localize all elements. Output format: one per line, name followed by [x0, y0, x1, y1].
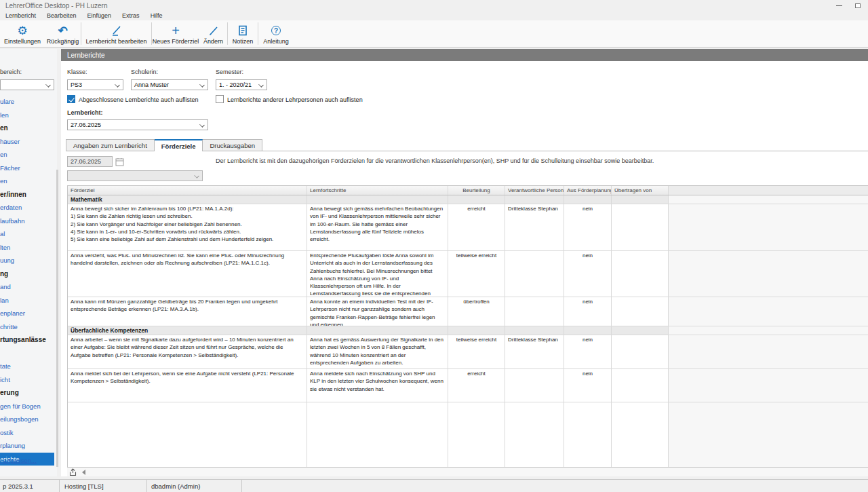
sidebar-item[interactable]: häuser [0, 135, 54, 149]
cell-transferred [612, 251, 669, 297]
chevron-down-icon [199, 122, 205, 128]
sidebar-section: erung [0, 386, 54, 400]
minimize-icon [836, 5, 842, 6]
change-button[interactable]: Ändern [199, 20, 227, 47]
schuelerin-label: Schülerin: [131, 69, 158, 75]
notes-button[interactable]: Notizen [228, 20, 258, 47]
sidebar-filter-select[interactable] [0, 79, 54, 90]
status-bar: p 2025.3.1 Hosting [TLS] dbadmin (Admin) [0, 479, 868, 492]
sidebar-item[interactable]: en [0, 174, 54, 188]
lernbericht-select[interactable]: 27.06.2025 [67, 119, 208, 130]
menu-bearbeiten[interactable]: Bearbeiten [47, 12, 77, 19]
table-header-row: Förderziel Lernfortschritte Beurteilung … [68, 186, 868, 195]
col-foerderziel[interactable]: Förderziel [68, 186, 307, 195]
edit-report-button[interactable]: Lernbericht bearbeiten [81, 20, 151, 47]
settings-button[interactable]: ⚙ Einstellungen [0, 20, 45, 47]
section-row-ueberfachliche: Überfachliche Kompetenzen [68, 326, 868, 335]
sidebar-section: er/innen [0, 188, 54, 202]
cell-transferred [612, 297, 669, 326]
sidebar-item[interactable]: chritte [0, 320, 54, 334]
lernbericht-label: Lernbericht: [67, 109, 103, 116]
table-bottom-toolbar [67, 467, 868, 476]
tab-foerderziele[interactable]: Förderziele [155, 139, 203, 151]
col-aus-foerderplanung[interactable]: Aus Förderplanung [564, 186, 612, 195]
notes-icon [238, 24, 248, 37]
sidebar-item[interactable]: rplanung [0, 439, 54, 453]
semester-select[interactable]: 1. - 2020/21 [216, 79, 267, 90]
cell-rating: übertroffen [448, 297, 505, 326]
sidebar-item[interactable]: gen für Bogen [0, 400, 54, 413]
minimize-button[interactable] [830, 1, 848, 10]
export-icon[interactable] [69, 468, 77, 476]
cell-progress: Entsprechende Plusaufgaben löste Anna so… [307, 251, 448, 297]
help-button[interactable]: ? Anleitung [258, 20, 294, 47]
tab-angaben[interactable]: Angaben zum Lernbericht [66, 139, 155, 151]
table-row[interactable]: Anna kann mit Münzen ganzzahlige Geldbet… [68, 297, 868, 326]
panel-info-text: Der Lernbericht ist mit den dazugehörige… [216, 157, 846, 164]
menu-extras[interactable]: Extras [122, 12, 140, 19]
collapse-left-icon[interactable] [82, 470, 85, 475]
sidebar-nav: ulare len en häuser en Fächer en er/inne… [0, 95, 54, 466]
cell-person: Dritteklasse Stephan [505, 335, 564, 368]
sidebar-adjust-link[interactable]: l anpassen... [0, 457, 37, 464]
sidebar-item[interactable]: laufbahn [0, 214, 54, 228]
sidebar-item[interactable]: icht [0, 373, 54, 387]
sidebar-item[interactable]: al [0, 227, 54, 241]
menu-bar: Lernbericht Bearbeiten Einfügen Extras H… [0, 11, 868, 20]
tab-druckausgaben[interactable]: Druckausgaben [203, 139, 262, 151]
edit-report-icon [111, 24, 123, 37]
sidebar-spacer [0, 347, 54, 360]
cell-progress: Anna konnte an einem individuellen Test … [307, 297, 448, 326]
menu-hilfe[interactable]: Hilfe [151, 12, 163, 19]
sidebar-item[interactable]: len [0, 109, 54, 122]
klasse-select[interactable]: PS3 [67, 79, 123, 90]
menu-einfuegen[interactable]: Einfügen [87, 12, 112, 19]
col-uebertragen-von[interactable]: Übertragen von [612, 186, 669, 195]
tab-bar: Angaben zum Lernbericht Förderziele Druc… [66, 139, 262, 151]
menu-lernbericht[interactable]: Lernbericht [5, 12, 36, 19]
sidebar-item[interactable]: en [0, 148, 54, 162]
new-goal-button[interactable]: + Neues Förderziel [152, 20, 199, 47]
pencil-icon [208, 24, 219, 37]
foerderziele-table: Förderziel Lernfortschritte Beurteilung … [67, 185, 868, 468]
table-row[interactable]: Anna meldet sich bei der Lehrperson, wen… [68, 369, 868, 402]
checkbox-andere-lehrpersonen-label: Lernberichte anderer Lehrpersonen auch a… [227, 96, 363, 103]
col-lernfortschritte[interactable]: Lernfortschritte [307, 186, 448, 195]
klasse-label: Klasse: [67, 69, 87, 75]
sidebar-item[interactable]: tate [0, 360, 54, 373]
schuelerin-select[interactable]: Anna Muster [131, 79, 208, 90]
undo-button[interactable]: ↶ Rückgängig [45, 20, 81, 47]
sidebar-item[interactable]: and [0, 280, 54, 294]
gear-icon: ⚙ [17, 24, 27, 37]
sidebar-item[interactable]: lan [0, 294, 54, 307]
table-row[interactable]: Anna versteht, was Plus- und Minusrechne… [68, 251, 868, 297]
sidebar-item[interactable]: ulare [0, 95, 54, 109]
chevron-down-icon [194, 173, 199, 178]
sidebar-item[interactable]: eilungsbogen [0, 413, 54, 426]
sidebar-item[interactable]: enplaner [0, 307, 54, 320]
sidebar-item[interactable]: uung [0, 254, 54, 267]
col-beurteilung[interactable]: Beurteilung [448, 186, 505, 195]
cell-transferred [612, 204, 669, 250]
checkbox-abgeschlossene[interactable] [67, 95, 75, 103]
sidebar-item[interactable]: Fächer [0, 162, 54, 175]
cell-rating: teilweise erreicht [448, 335, 505, 368]
cell-goal: Anna bewegt sich sicher im Zahlenraum bi… [68, 204, 307, 250]
cell-transferred [612, 369, 669, 402]
sidebar-item[interactable]: lten [0, 241, 54, 254]
table-row[interactable]: Anna arbeitet – wenn sie mit Signalkarte… [68, 335, 868, 369]
cell-progress: Anna bewegt sich gemäss mehrfachen Beoba… [307, 204, 448, 250]
sidebar-item[interactable]: erdaten [0, 201, 54, 214]
chevron-down-icon [258, 82, 264, 88]
col-verantwortliche-person[interactable]: Verantwortliche Person [505, 186, 564, 195]
table-row[interactable]: Anna bewegt sich sicher im Zahlenraum bi… [68, 204, 868, 251]
cell-rating: erreicht [448, 204, 505, 250]
maximize-button[interactable] [849, 1, 867, 10]
checkbox-abgeschlossene-label: Abgeschlossene Lernberichte auch auflist… [79, 96, 199, 103]
checkbox-andere-lehrpersonen[interactable] [216, 95, 224, 103]
chevron-down-icon [199, 82, 205, 88]
cell-goal: Anna meldet sich bei der Lehrperson, wen… [68, 369, 307, 402]
sidebar-item[interactable]: ostik [0, 426, 54, 440]
sidebar-scrollbar[interactable] [56, 170, 58, 467]
cell-progress: Anna meldete sich nach Einschätzung von … [307, 369, 448, 402]
